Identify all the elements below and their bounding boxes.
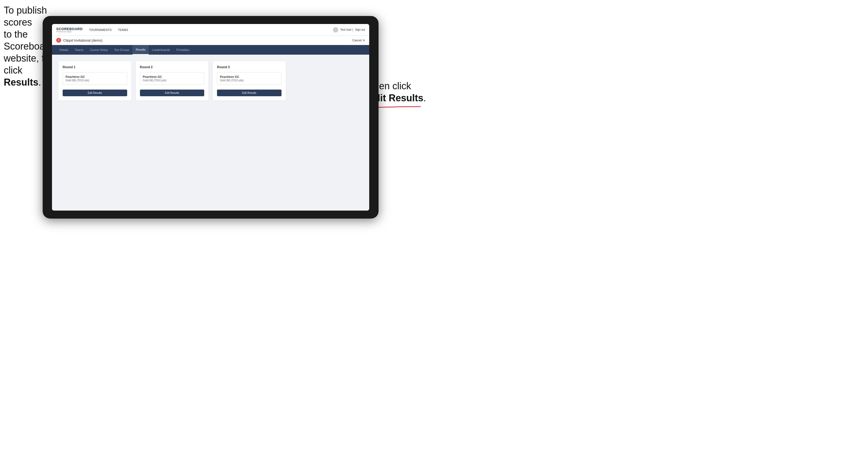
rounds-grid: Round 1 Peachtree GC Gold (M) (7010 yds)…	[58, 61, 363, 100]
empty-column	[290, 61, 363, 100]
tab-printables[interactable]: Printables	[173, 45, 193, 55]
nav-tournaments[interactable]: TOURNAMENTS	[89, 28, 112, 31]
logo-text: SCOREBOARD	[56, 27, 83, 31]
round-1-course-details: Gold (M) (7010 yds)	[66, 79, 124, 82]
nav-links: TOURNAMENTS TEAMS	[89, 28, 333, 31]
tab-results[interactable]: Results	[132, 45, 149, 55]
tab-details[interactable]: Details	[56, 45, 72, 55]
round-2-course-details: Gold (M) (7010 yds)	[143, 79, 202, 82]
logo-area: SCOREBOARD Powered by clippd	[56, 27, 83, 33]
round-2-title: Round 2	[140, 65, 205, 69]
user-avatar	[333, 27, 338, 33]
round-2-card: Round 2 Peachtree GC Gold (M) (7010 yds)…	[136, 61, 209, 100]
tab-tee-groups[interactable]: Tee Groups	[111, 45, 132, 55]
round-1-course-name: Peachtree GC	[66, 75, 124, 79]
round-3-edit-results-button[interactable]: Edit Results	[217, 90, 281, 96]
round-3-course-card: Peachtree GC Gold (M) (7010 yds)	[217, 72, 281, 85]
tournament-name: Clippd Invitational (demo)	[63, 38, 102, 42]
round-1-title: Round 1	[63, 65, 127, 69]
round-3-course-details: Gold (M) (7010 yds)	[220, 79, 279, 82]
cancel-button[interactable]: Cancel ✕	[352, 39, 365, 42]
main-content: Round 1 Peachtree GC Gold (M) (7010 yds)…	[52, 55, 369, 211]
top-nav: SCOREBOARD Powered by clippd TOURNAMENTS…	[52, 24, 369, 36]
round-3-course-name: Peachtree GC	[220, 75, 279, 79]
nav-teams[interactable]: TEAMS	[118, 28, 128, 31]
tournament-header: C Clippd Invitational (demo) Cancel ✕	[52, 36, 369, 45]
logo-sub: Powered by clippd	[56, 31, 83, 33]
tab-bar: Details Teams Course Setup Tee Groups Re…	[52, 45, 369, 55]
user-text: Test User |	[340, 28, 353, 31]
round-2-course-card: Peachtree GC Gold (M) (7010 yds)	[140, 72, 205, 85]
sign-out-link[interactable]: Sign out	[355, 28, 365, 31]
tab-course-setup[interactable]: Course Setup	[87, 45, 111, 55]
tournament-title-area: C Clippd Invitational (demo)	[56, 38, 102, 43]
round-2-course-name: Peachtree GC	[143, 75, 202, 79]
round-1-edit-results-button[interactable]: Edit Results	[63, 90, 127, 96]
tablet-screen: SCOREBOARD Powered by clippd TOURNAMENTS…	[52, 24, 369, 211]
tablet-frame: SCOREBOARD Powered by clippd TOURNAMENTS…	[43, 16, 378, 219]
nav-right: Test User | Sign out	[333, 27, 365, 33]
round-1-card: Round 1 Peachtree GC Gold (M) (7010 yds)…	[58, 61, 131, 100]
round-3-title: Round 3	[217, 65, 281, 69]
tab-leaderboards[interactable]: Leaderboards	[149, 45, 173, 55]
round-2-edit-results-button[interactable]: Edit Results	[140, 90, 205, 96]
tab-teams[interactable]: Teams	[72, 45, 87, 55]
tournament-icon: C	[56, 38, 61, 43]
round-1-course-card: Peachtree GC Gold (M) (7010 yds)	[63, 72, 127, 85]
round-3-card: Round 3 Peachtree GC Gold (M) (7010 yds)…	[213, 61, 286, 100]
